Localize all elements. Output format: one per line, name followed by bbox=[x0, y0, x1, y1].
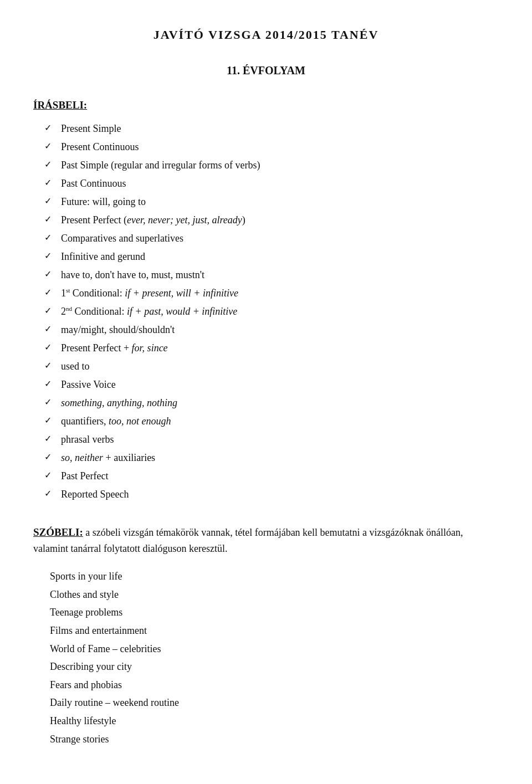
list-item: Comparatives and superlatives bbox=[44, 231, 499, 246]
list-item: Strange stories bbox=[50, 731, 499, 748]
list-item: 2nd Conditional: if + past, would + infi… bbox=[44, 304, 499, 319]
list-item: Present Continuous bbox=[44, 140, 499, 155]
list-item: Daily routine – weekend routine bbox=[50, 694, 499, 711]
list-item: Passive Voice bbox=[44, 377, 499, 392]
list-item: Infinitive and gerund bbox=[44, 249, 499, 264]
list-item: Describing your city bbox=[50, 658, 499, 675]
szobeli-intro: SZÓBELI: a szóbeli vizsgán témakörök van… bbox=[33, 524, 499, 557]
szobeli-section: SZÓBELI: a szóbeli vizsgán témakörök van… bbox=[33, 524, 499, 747]
list-item: 1st Conditional: if + present, will + in… bbox=[44, 286, 499, 301]
list-item: Past Perfect bbox=[44, 469, 499, 484]
irasbeli-section: ÍRÁSBELI: Present Simple Present Continu… bbox=[33, 99, 499, 502]
list-item: used to bbox=[44, 359, 499, 374]
list-item: phrasal verbs bbox=[44, 432, 499, 447]
list-item: Clothes and style bbox=[50, 586, 499, 603]
list-item: Sports in your life bbox=[50, 568, 499, 585]
irasbeli-heading: ÍRÁSBELI: bbox=[33, 99, 499, 111]
list-item: Reported Speech bbox=[44, 487, 499, 502]
szobeli-heading: SZÓBELI: bbox=[33, 526, 83, 538]
page-title: JAVÍTÓ VIZSGA 2014/2015 TANÉV bbox=[33, 28, 499, 42]
list-item: Present Simple bbox=[44, 121, 499, 136]
list-item: quantifiers, too, not enough bbox=[44, 414, 499, 429]
list-item: may/might, should/shouldn't bbox=[44, 322, 499, 337]
irasbeli-list: Present Simple Present Continuous Past S… bbox=[33, 121, 499, 502]
szobeli-intro-text: a szóbeli vizsgán témakörök vannak, téte… bbox=[33, 527, 463, 554]
list-item: Past Continuous bbox=[44, 176, 499, 191]
page-subtitle: 11. ÉVFOLYAM bbox=[33, 64, 499, 77]
list-item: Future: will, going to bbox=[44, 194, 499, 209]
list-item: Present Perfect + for, since bbox=[44, 341, 499, 356]
list-item: have to, don't have to, must, mustn't bbox=[44, 268, 499, 283]
list-item: Present Perfect (ever, never; yet, just,… bbox=[44, 213, 499, 228]
list-item: World of Fame – celebrities bbox=[50, 640, 499, 658]
list-item: Films and entertainment bbox=[50, 622, 499, 639]
list-item: Fears and phobias bbox=[50, 677, 499, 694]
list-item: something, anything, nothing bbox=[44, 396, 499, 411]
szobeli-topics-list: Sports in your life Clothes and style Te… bbox=[33, 568, 499, 747]
list-item: Past Simple (regular and irregular forms… bbox=[44, 158, 499, 173]
list-item: so, neither + auxiliaries bbox=[44, 450, 499, 465]
list-item: Healthy lifestyle bbox=[50, 713, 499, 730]
list-item: Teenage problems bbox=[50, 604, 499, 621]
